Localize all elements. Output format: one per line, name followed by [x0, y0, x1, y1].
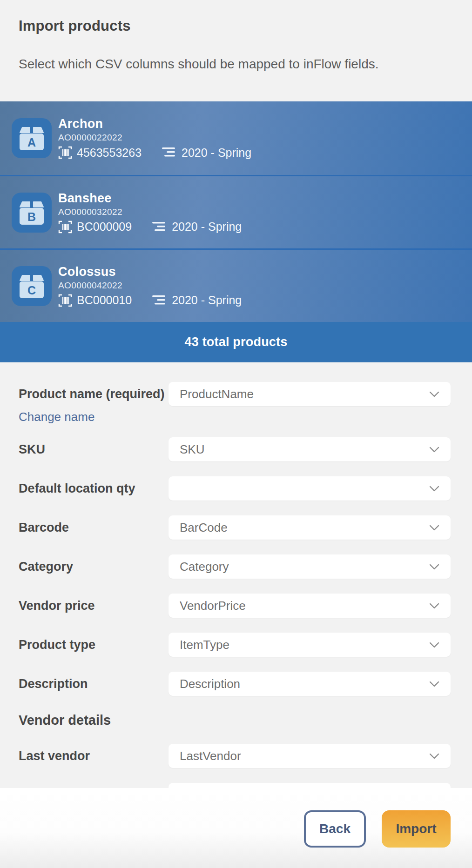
mapping-form: Product name (required) ProductName Chan… — [0, 362, 472, 807]
product-box-icon: C — [12, 266, 52, 306]
product-type-select[interactable]: ItemType — [169, 633, 451, 657]
product-initial: A — [12, 135, 52, 149]
product-name: Archon — [58, 117, 251, 131]
form-row-category: Category Category — [19, 554, 451, 579]
category-lines-icon — [151, 294, 166, 307]
product-card: B Banshee AO0000032022 BC000009 2020 - S… — [0, 175, 472, 248]
description-select[interactable]: Description — [169, 672, 451, 696]
chevron-down-icon — [429, 603, 439, 609]
category-lines-icon — [151, 221, 166, 233]
form-row-barcode: Barcode BarCode — [19, 515, 451, 540]
chevron-down-icon — [429, 681, 439, 687]
product-box-icon: B — [12, 193, 52, 233]
select-value: ItemType — [180, 638, 229, 652]
chevron-down-icon — [429, 525, 439, 531]
product-barcode: BC000009 — [77, 220, 132, 234]
product-name: Banshee — [58, 191, 242, 206]
import-products-screen: Import products Select which CSV columns… — [0, 0, 472, 868]
select-value: LastVendor — [180, 749, 241, 763]
form-row-default-location-qty: Default location qty — [19, 476, 451, 501]
barcode-icon — [58, 146, 72, 160]
chevron-down-icon — [429, 753, 439, 759]
header: Import products Select which CSV columns… — [0, 0, 472, 101]
form-row-product-type: Product type ItemType — [19, 633, 451, 657]
sku-select[interactable]: SKU — [169, 437, 451, 461]
product-initial: B — [12, 210, 52, 224]
product-initial: C — [12, 283, 52, 297]
vendor-price-select[interactable]: VendorPrice — [169, 594, 451, 618]
chevron-down-icon — [429, 642, 439, 648]
field-label: Product type — [19, 638, 169, 652]
barcode-select[interactable]: BarCode — [169, 515, 451, 540]
product-card: A Archon AO0000022022 4563553263 2020 - … — [0, 101, 472, 175]
product-preview-panel: A Archon AO0000022022 4563553263 2020 - … — [0, 101, 472, 362]
product-category: 2020 - Spring — [172, 220, 242, 234]
chevron-down-icon — [429, 564, 439, 570]
product-barcode: 4563553263 — [77, 146, 142, 160]
product-order-code: AO0000022022 — [58, 133, 251, 143]
total-products-bar: 43 total products — [0, 322, 472, 362]
form-row-last-vendor: Last vendor LastVendor — [19, 744, 451, 768]
chevron-down-icon — [429, 486, 439, 492]
form-row-description: Description Description — [19, 672, 451, 696]
barcode-icon — [58, 294, 72, 307]
back-button[interactable]: Back — [304, 810, 366, 848]
product-box-icon: A — [12, 118, 52, 158]
barcode-icon — [58, 220, 72, 234]
field-label: Category — [19, 560, 169, 574]
category-lines-icon — [161, 147, 176, 159]
select-value: ProductName — [180, 387, 254, 401]
field-label: Barcode — [19, 521, 169, 535]
select-value: BarCode — [180, 521, 228, 535]
product-barcode: BC000010 — [77, 294, 132, 307]
footer: Back Import — [0, 788, 472, 868]
select-value: Description — [180, 677, 240, 691]
field-label: Vendor price — [19, 599, 169, 613]
field-label: SKU — [19, 442, 169, 457]
default-location-qty-select[interactable] — [169, 476, 451, 501]
vendor-details-header: Vendor details — [19, 713, 451, 728]
import-button[interactable]: Import — [382, 810, 451, 848]
select-value: Category — [180, 560, 229, 574]
select-value: VendorPrice — [180, 599, 246, 613]
field-label: Default location qty — [19, 481, 169, 496]
product-category: 2020 - Spring — [172, 294, 242, 307]
last-vendor-select[interactable]: LastVendor — [169, 744, 451, 768]
product-card: C Colossus AO0000042022 BC000010 2020 - … — [0, 248, 472, 322]
product-category: 2020 - Spring — [182, 146, 251, 160]
chevron-down-icon — [429, 391, 439, 397]
page-subtitle: Select which CSV columns should be mappe… — [19, 57, 453, 72]
product-order-code: AO0000032022 — [58, 207, 242, 217]
field-label: Product name (required) — [19, 387, 169, 401]
category-select[interactable]: Category — [169, 554, 451, 579]
change-name-link[interactable]: Change name — [19, 410, 94, 424]
field-label: Description — [19, 677, 169, 691]
form-row-product-name: Product name (required) ProductName — [19, 382, 451, 406]
select-value: SKU — [180, 442, 204, 457]
product-name-select[interactable]: ProductName — [169, 382, 451, 406]
total-products-label: 43 total products — [185, 335, 288, 349]
chevron-down-icon — [429, 447, 439, 453]
form-row-vendor-price: Vendor price VendorPrice — [19, 594, 451, 618]
product-order-code: AO0000042022 — [58, 280, 242, 291]
page-title: Import products — [19, 18, 453, 34]
form-row-sku: SKU SKU — [19, 437, 451, 461]
product-name: Colossus — [58, 265, 242, 279]
field-label: Last vendor — [19, 749, 169, 763]
